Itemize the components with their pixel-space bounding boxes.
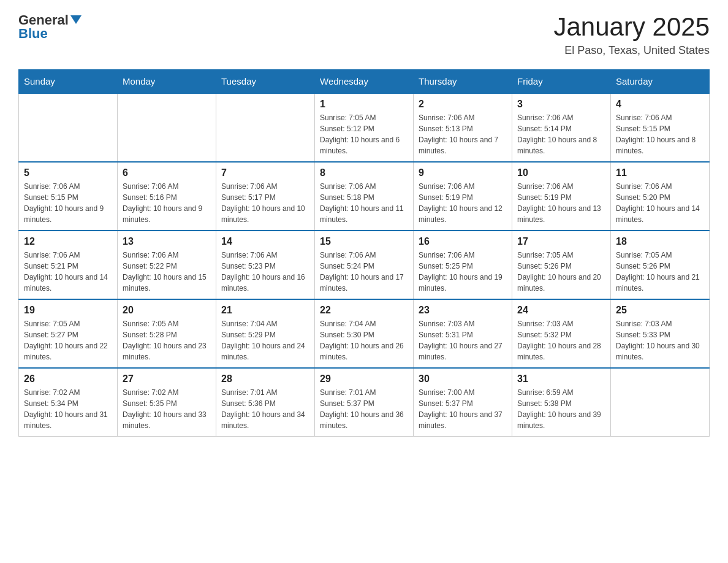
day-info: Sunrise: 7:00 AM Sunset: 5:37 PM Dayligh… xyxy=(419,387,507,431)
calendar-cell: 18Sunrise: 7:05 AM Sunset: 5:26 PM Dayli… xyxy=(611,231,710,299)
calendar-cell: 29Sunrise: 7:01 AM Sunset: 5:37 PM Dayli… xyxy=(315,368,414,437)
day-info: Sunrise: 7:04 AM Sunset: 5:30 PM Dayligh… xyxy=(320,318,408,362)
day-info: Sunrise: 7:03 AM Sunset: 5:31 PM Dayligh… xyxy=(419,318,507,362)
calendar-cell: 9Sunrise: 7:06 AM Sunset: 5:19 PM Daylig… xyxy=(414,162,512,231)
calendar-cell: 22Sunrise: 7:04 AM Sunset: 5:30 PM Dayli… xyxy=(315,299,414,368)
day-number: 16 xyxy=(419,236,507,247)
calendar-cell: 6Sunrise: 7:06 AM Sunset: 5:16 PM Daylig… xyxy=(118,162,216,231)
day-info: Sunrise: 7:05 AM Sunset: 5:26 PM Dayligh… xyxy=(517,250,605,294)
calendar-cell: 5Sunrise: 7:06 AM Sunset: 5:15 PM Daylig… xyxy=(19,162,118,231)
day-number: 7 xyxy=(221,167,309,178)
day-number: 27 xyxy=(123,373,211,385)
day-number: 17 xyxy=(517,236,605,247)
calendar-cell: 12Sunrise: 7:06 AM Sunset: 5:21 PM Dayli… xyxy=(19,231,118,299)
day-number: 9 xyxy=(419,167,507,178)
day-number: 10 xyxy=(517,167,605,178)
calendar-cell: 27Sunrise: 7:02 AM Sunset: 5:35 PM Dayli… xyxy=(118,368,216,437)
day-number: 23 xyxy=(419,305,507,316)
calendar-cell: 1Sunrise: 7:05 AM Sunset: 5:12 PM Daylig… xyxy=(315,93,414,162)
title-section: January 2025 El Paso, Texas, United Stat… xyxy=(553,12,710,57)
day-number: 15 xyxy=(320,236,408,247)
calendar-week-row: 19Sunrise: 7:05 AM Sunset: 5:27 PM Dayli… xyxy=(19,299,710,368)
page-header: General Blue January 2025 El Paso, Texas… xyxy=(18,12,710,57)
day-info: Sunrise: 7:06 AM Sunset: 5:20 PM Dayligh… xyxy=(616,181,704,225)
calendar-week-row: 1Sunrise: 7:05 AM Sunset: 5:12 PM Daylig… xyxy=(19,93,710,162)
day-info: Sunrise: 7:05 AM Sunset: 5:28 PM Dayligh… xyxy=(123,318,211,362)
calendar-cell: 17Sunrise: 7:05 AM Sunset: 5:26 PM Dayli… xyxy=(512,231,611,299)
day-info: Sunrise: 7:01 AM Sunset: 5:37 PM Dayligh… xyxy=(320,387,408,431)
day-number: 11 xyxy=(616,167,704,178)
calendar-cell: 30Sunrise: 7:00 AM Sunset: 5:37 PM Dayli… xyxy=(414,368,512,437)
day-number: 6 xyxy=(123,167,211,178)
calendar-cell: 15Sunrise: 7:06 AM Sunset: 5:24 PM Dayli… xyxy=(315,231,414,299)
day-info: Sunrise: 7:05 AM Sunset: 5:26 PM Dayligh… xyxy=(616,250,704,294)
calendar-cell: 31Sunrise: 6:59 AM Sunset: 5:38 PM Dayli… xyxy=(512,368,611,437)
day-info: Sunrise: 7:06 AM Sunset: 5:19 PM Dayligh… xyxy=(517,181,605,225)
day-number: 13 xyxy=(123,236,211,247)
day-number: 3 xyxy=(517,99,605,110)
day-info: Sunrise: 7:05 AM Sunset: 5:27 PM Dayligh… xyxy=(24,318,112,362)
day-info: Sunrise: 7:06 AM Sunset: 5:15 PM Dayligh… xyxy=(24,181,112,225)
calendar-cell: 4Sunrise: 7:06 AM Sunset: 5:15 PM Daylig… xyxy=(611,93,710,162)
day-of-week-header: Friday xyxy=(512,70,611,94)
day-number: 14 xyxy=(221,236,309,247)
day-info: Sunrise: 7:06 AM Sunset: 5:13 PM Dayligh… xyxy=(419,112,507,156)
calendar-cell xyxy=(19,93,118,162)
day-info: Sunrise: 7:06 AM Sunset: 5:23 PM Dayligh… xyxy=(221,250,309,294)
calendar-cell: 13Sunrise: 7:06 AM Sunset: 5:22 PM Dayli… xyxy=(118,231,216,299)
calendar-cell: 2Sunrise: 7:06 AM Sunset: 5:13 PM Daylig… xyxy=(414,93,512,162)
logo: General Blue xyxy=(18,12,82,42)
calendar-cell: 28Sunrise: 7:01 AM Sunset: 5:36 PM Dayli… xyxy=(216,368,315,437)
day-info: Sunrise: 7:05 AM Sunset: 5:12 PM Dayligh… xyxy=(320,112,408,156)
day-number: 29 xyxy=(320,373,408,385)
calendar-cell: 3Sunrise: 7:06 AM Sunset: 5:14 PM Daylig… xyxy=(512,93,611,162)
day-of-week-header: Thursday xyxy=(414,70,512,94)
calendar-cell: 8Sunrise: 7:06 AM Sunset: 5:18 PM Daylig… xyxy=(315,162,414,231)
day-info: Sunrise: 7:06 AM Sunset: 5:18 PM Dayligh… xyxy=(320,181,408,225)
day-number: 1 xyxy=(320,99,408,110)
month-title: January 2025 xyxy=(553,12,710,42)
day-number: 26 xyxy=(24,373,112,385)
calendar-week-row: 26Sunrise: 7:02 AM Sunset: 5:34 PM Dayli… xyxy=(19,368,710,437)
day-number: 4 xyxy=(616,99,704,110)
day-number: 18 xyxy=(616,236,704,247)
day-of-week-header: Saturday xyxy=(611,70,710,94)
calendar-cell: 14Sunrise: 7:06 AM Sunset: 5:23 PM Dayli… xyxy=(216,231,315,299)
day-info: Sunrise: 7:03 AM Sunset: 5:32 PM Dayligh… xyxy=(517,318,605,362)
day-info: Sunrise: 7:06 AM Sunset: 5:17 PM Dayligh… xyxy=(221,181,309,225)
day-info: Sunrise: 7:06 AM Sunset: 5:22 PM Dayligh… xyxy=(123,250,211,294)
calendar-header-row: SundayMondayTuesdayWednesdayThursdayFrid… xyxy=(19,70,710,94)
calendar-cell: 21Sunrise: 7:04 AM Sunset: 5:29 PM Dayli… xyxy=(216,299,315,368)
day-info: Sunrise: 7:01 AM Sunset: 5:36 PM Dayligh… xyxy=(221,387,309,431)
day-info: Sunrise: 6:59 AM Sunset: 5:38 PM Dayligh… xyxy=(517,387,605,431)
calendar-cell xyxy=(118,93,216,162)
day-of-week-header: Tuesday xyxy=(216,70,315,94)
calendar-cell: 11Sunrise: 7:06 AM Sunset: 5:20 PM Dayli… xyxy=(611,162,710,231)
day-info: Sunrise: 7:02 AM Sunset: 5:34 PM Dayligh… xyxy=(24,387,112,431)
logo-triangle-icon xyxy=(70,14,82,25)
calendar-table: SundayMondayTuesdayWednesdayThursdayFrid… xyxy=(18,69,710,437)
day-number: 19 xyxy=(24,305,112,316)
svg-marker-0 xyxy=(70,15,82,24)
day-info: Sunrise: 7:02 AM Sunset: 5:35 PM Dayligh… xyxy=(123,387,211,431)
logo-blue-text: Blue xyxy=(18,26,48,42)
day-info: Sunrise: 7:06 AM Sunset: 5:14 PM Dayligh… xyxy=(517,112,605,156)
day-number: 21 xyxy=(221,305,309,316)
calendar-cell: 19Sunrise: 7:05 AM Sunset: 5:27 PM Dayli… xyxy=(19,299,118,368)
calendar-cell xyxy=(611,368,710,437)
calendar-cell: 25Sunrise: 7:03 AM Sunset: 5:33 PM Dayli… xyxy=(611,299,710,368)
day-number: 30 xyxy=(419,373,507,385)
day-number: 12 xyxy=(24,236,112,247)
location-subtitle: El Paso, Texas, United States xyxy=(553,44,710,57)
calendar-cell: 20Sunrise: 7:05 AM Sunset: 5:28 PM Dayli… xyxy=(118,299,216,368)
day-number: 20 xyxy=(123,305,211,316)
day-number: 28 xyxy=(221,373,309,385)
day-info: Sunrise: 7:06 AM Sunset: 5:19 PM Dayligh… xyxy=(419,181,507,225)
calendar-cell xyxy=(216,93,315,162)
day-info: Sunrise: 7:06 AM Sunset: 5:25 PM Dayligh… xyxy=(419,250,507,294)
day-info: Sunrise: 7:06 AM Sunset: 5:24 PM Dayligh… xyxy=(320,250,408,294)
day-of-week-header: Monday xyxy=(118,70,216,94)
day-number: 5 xyxy=(24,167,112,178)
calendar-week-row: 5Sunrise: 7:06 AM Sunset: 5:15 PM Daylig… xyxy=(19,162,710,231)
calendar-cell: 10Sunrise: 7:06 AM Sunset: 5:19 PM Dayli… xyxy=(512,162,611,231)
